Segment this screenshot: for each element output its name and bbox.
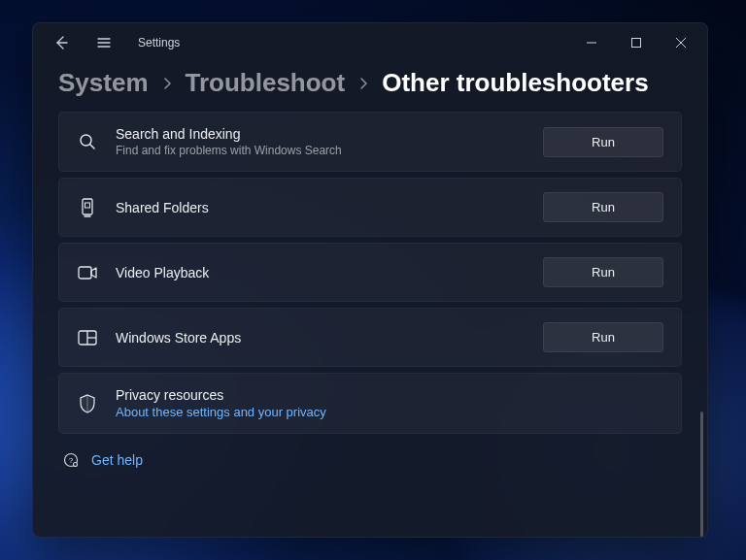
privacy-text: Privacy resources About these settings a… — [116, 387, 326, 419]
troubleshooter-text: Search and Indexing Find and fix problem… — [116, 126, 342, 157]
run-button[interactable]: Run — [543, 257, 663, 287]
troubleshooter-text: Video Playback — [116, 265, 209, 280]
breadcrumb-current: Other troubleshooters — [382, 68, 648, 98]
svg-rect-11 — [85, 203, 90, 208]
app-title: Settings — [138, 36, 180, 49]
svg-rect-10 — [83, 199, 92, 214]
troubleshooter-shared-folders[interactable]: Shared Folders Run — [58, 178, 682, 237]
troubleshooter-video-playback[interactable]: Video Playback Run — [58, 243, 682, 302]
content-area: System Troubleshoot Other troubleshooter… — [33, 62, 707, 537]
svg-point-18 — [74, 463, 78, 467]
titlebar: Settings — [33, 23, 707, 62]
nav-menu-button[interactable] — [85, 27, 122, 58]
video-icon — [77, 262, 98, 283]
svg-rect-5 — [632, 39, 641, 48]
breadcrumb-system[interactable]: System — [58, 68, 149, 98]
run-button[interactable]: Run — [543, 127, 663, 157]
get-help-label: Get help — [91, 452, 143, 468]
run-button[interactable]: Run — [543, 322, 663, 352]
privacy-resources-card[interactable]: Privacy resources About these settings a… — [58, 373, 682, 434]
maximize-button[interactable] — [614, 27, 659, 58]
window-controls — [569, 27, 703, 58]
breadcrumb-troubleshoot[interactable]: Troubleshoot — [186, 68, 346, 98]
troubleshooter-title: Search and Indexing — [116, 126, 342, 142]
minimize-icon — [587, 38, 596, 48]
get-help-row[interactable]: ? Get help — [58, 451, 682, 469]
troubleshooter-search-indexing[interactable]: Search and Indexing Find and fix problem… — [58, 112, 682, 172]
scrollbar-thumb[interactable] — [700, 412, 703, 537]
hamburger-icon — [96, 35, 112, 50]
shield-icon — [77, 393, 98, 414]
troubleshooter-text: Shared Folders — [116, 200, 209, 215]
svg-point-8 — [81, 135, 91, 146]
run-button[interactable]: Run — [543, 192, 663, 222]
privacy-link[interactable]: About these settings and your privacy — [116, 405, 326, 419]
shared-folders-icon — [77, 197, 98, 218]
close-icon — [676, 38, 686, 48]
help-icon: ? — [62, 451, 80, 469]
svg-text:?: ? — [69, 456, 74, 465]
settings-window: Settings System Troubleshoot Other troub… — [32, 22, 708, 538]
troubleshooter-title: Shared Folders — [116, 200, 209, 215]
troubleshooter-title: Windows Store Apps — [116, 330, 241, 346]
breadcrumb: System Troubleshoot Other troubleshooter… — [58, 68, 682, 98]
close-button[interactable] — [659, 27, 703, 58]
maximize-icon — [631, 38, 641, 48]
troubleshooter-desc: Find and fix problems with Windows Searc… — [116, 144, 342, 157]
troubleshooter-text: Windows Store Apps — [116, 330, 241, 346]
store-apps-icon — [77, 327, 98, 348]
troubleshooter-title: Video Playback — [116, 265, 209, 280]
troubleshooter-windows-store-apps[interactable]: Windows Store Apps Run — [58, 308, 682, 367]
back-button[interactable] — [43, 27, 80, 58]
back-arrow-icon — [53, 35, 69, 50]
chevron-right-icon — [162, 77, 172, 90]
search-icon — [77, 131, 98, 152]
svg-line-9 — [90, 145, 94, 148]
chevron-right-icon — [358, 77, 368, 90]
minimize-button[interactable] — [569, 27, 614, 58]
titlebar-left: Settings — [43, 27, 180, 58]
privacy-title: Privacy resources — [116, 387, 326, 403]
svg-rect-13 — [79, 267, 91, 279]
